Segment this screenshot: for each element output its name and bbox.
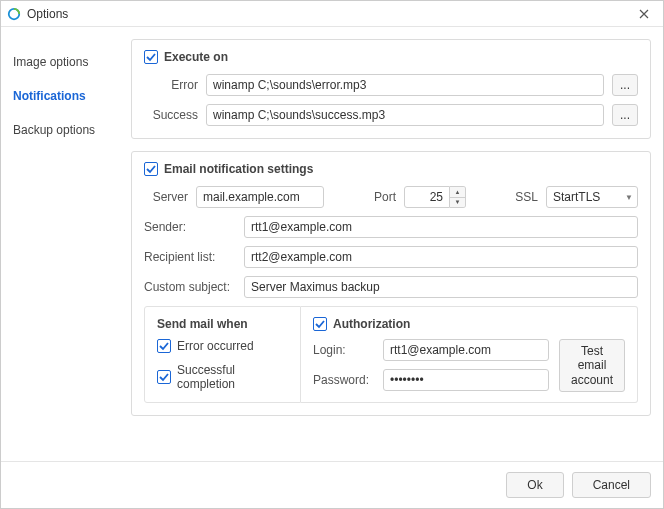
error-occurred-label: Error occurred bbox=[177, 339, 254, 353]
email-settings-group: Email notification settings Server Port … bbox=[131, 151, 651, 416]
ok-button[interactable]: Ok bbox=[506, 472, 563, 498]
sidebar-item-label: Notifications bbox=[13, 89, 86, 103]
successful-completion-label: Successful completion bbox=[177, 363, 288, 391]
window-title: Options bbox=[27, 7, 68, 21]
sidebar-item-image-options[interactable]: Image options bbox=[1, 45, 131, 79]
exec-success-input[interactable] bbox=[206, 104, 604, 126]
exec-success-browse-button[interactable]: ... bbox=[612, 104, 638, 126]
recipient-input[interactable] bbox=[244, 246, 638, 268]
error-occurred-checkbox[interactable] bbox=[157, 339, 171, 353]
sidebar-item-notifications[interactable]: Notifications bbox=[1, 79, 131, 113]
sidebar-item-backup-options[interactable]: Backup options bbox=[1, 113, 131, 147]
app-icon bbox=[7, 7, 21, 21]
port-step-down[interactable]: ▼ bbox=[450, 198, 465, 208]
port-input[interactable] bbox=[404, 186, 450, 208]
exec-success-label: Success bbox=[144, 108, 198, 122]
close-button[interactable] bbox=[631, 1, 657, 27]
successful-completion-checkbox[interactable] bbox=[157, 370, 171, 384]
ssl-label: SSL bbox=[494, 190, 538, 204]
dialog-footer: Ok Cancel bbox=[1, 461, 663, 508]
execute-on-title: Execute on bbox=[164, 50, 228, 64]
password-input[interactable] bbox=[383, 369, 549, 391]
execute-on-checkbox[interactable] bbox=[144, 50, 158, 64]
titlebar: Options bbox=[1, 1, 663, 27]
port-stepper[interactable]: ▲ ▼ bbox=[450, 186, 466, 208]
authorization-checkbox[interactable] bbox=[313, 317, 327, 331]
subject-label: Custom subject: bbox=[144, 280, 236, 294]
sidebar-item-label: Image options bbox=[13, 55, 88, 69]
sidebar-item-label: Backup options bbox=[13, 123, 95, 137]
exec-error-label: Error bbox=[144, 78, 198, 92]
test-email-account-button[interactable]: Test email account bbox=[559, 339, 625, 392]
login-input[interactable] bbox=[383, 339, 549, 361]
exec-error-browse-button[interactable]: ... bbox=[612, 74, 638, 96]
send-mail-when-group: Send mail when Error occurred Successful… bbox=[144, 306, 301, 403]
sidebar: Image options Notifications Backup optio… bbox=[1, 27, 131, 461]
execute-on-group: Execute on Error ... Success ... bbox=[131, 39, 651, 139]
subject-input[interactable] bbox=[244, 276, 638, 298]
recipient-label: Recipient list: bbox=[144, 250, 236, 264]
chevron-down-icon: ▼ bbox=[625, 193, 633, 202]
port-step-up[interactable]: ▲ bbox=[450, 187, 465, 198]
cancel-button[interactable]: Cancel bbox=[572, 472, 651, 498]
authorization-title: Authorization bbox=[333, 317, 410, 331]
ssl-select[interactable]: StartTLS ▼ bbox=[546, 186, 638, 208]
server-label: Server bbox=[144, 190, 188, 204]
exec-error-input[interactable] bbox=[206, 74, 604, 96]
sender-input[interactable] bbox=[244, 216, 638, 238]
login-label: Login: bbox=[313, 343, 375, 357]
sender-label: Sender: bbox=[144, 220, 236, 234]
email-settings-title: Email notification settings bbox=[164, 162, 313, 176]
authorization-group: Authorization Login: Password: bbox=[301, 306, 638, 403]
server-input[interactable] bbox=[196, 186, 324, 208]
port-label: Port bbox=[352, 190, 396, 204]
main-panel: Execute on Error ... Success ... Email n… bbox=[131, 27, 663, 461]
send-mail-when-title: Send mail when bbox=[157, 317, 288, 331]
email-settings-checkbox[interactable] bbox=[144, 162, 158, 176]
password-label: Password: bbox=[313, 373, 375, 387]
ssl-select-value: StartTLS bbox=[553, 190, 600, 204]
